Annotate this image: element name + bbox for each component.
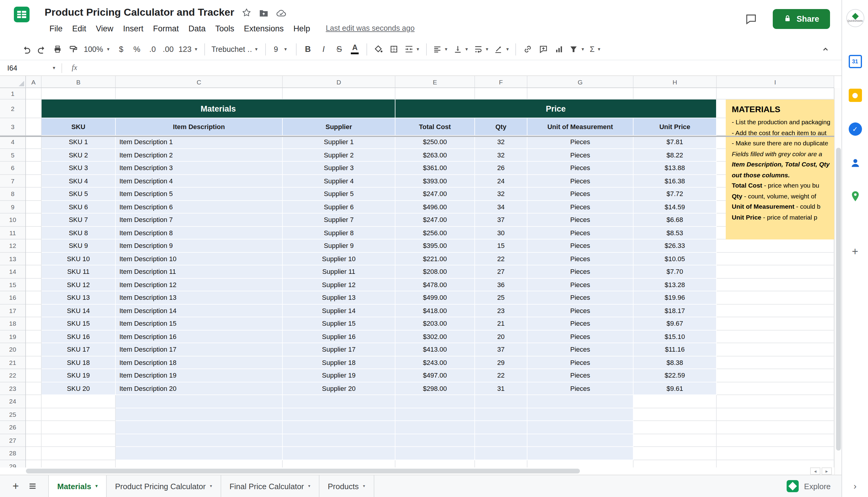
cell[interactable] — [717, 356, 834, 369]
qty-cell[interactable]: 30 — [475, 227, 527, 239]
total-cost-cell[interactable]: $298.00 — [395, 382, 475, 395]
note-box[interactable]: MATERIALS - List the production and pack… — [726, 100, 834, 239]
unit-price-cell[interactable]: $13.28 — [633, 278, 717, 291]
avatar[interactable]: QuickSheets — [846, 9, 864, 27]
unit-price-cell[interactable]: $8.53 — [633, 227, 717, 239]
name-box[interactable]: I64 ▼ — [0, 60, 61, 75]
vertical-scrollbar[interactable] — [834, 88, 841, 475]
row-header-18[interactable]: 18 — [0, 317, 25, 330]
font-size-select[interactable]: 9▼ — [269, 41, 292, 57]
comment-history-icon[interactable] — [745, 13, 757, 25]
cell[interactable] — [633, 88, 717, 100]
text-rotation-button[interactable]: ▼ — [491, 41, 512, 57]
explore-button[interactable]: Explore — [786, 480, 830, 492]
sku-cell[interactable]: SKU 8 — [42, 227, 116, 239]
table-header-cell[interactable]: SKU — [42, 118, 116, 136]
sku-cell[interactable]: SKU 20 — [42, 382, 116, 395]
cell[interactable] — [475, 88, 527, 100]
cell[interactable] — [42, 421, 116, 434]
total-cost-cell[interactable]: $478.00 — [395, 278, 475, 291]
unit-of-measurement-cell[interactable]: Pieces — [527, 214, 633, 227]
table-header-cell[interactable]: Unit of Measurement — [527, 118, 633, 136]
input-cell[interactable] — [395, 408, 475, 421]
redo-button[interactable] — [34, 41, 49, 57]
supplier-cell[interactable]: Supplier 11 — [283, 265, 395, 278]
input-cell[interactable] — [395, 447, 475, 460]
sku-cell[interactable]: SKU 1 — [42, 136, 116, 149]
frozen-rows-divider[interactable] — [0, 136, 834, 137]
qty-cell[interactable]: 22 — [475, 252, 527, 265]
unit-price-cell[interactable]: $11.16 — [633, 343, 717, 356]
zoom-select[interactable]: 100%▼ — [81, 41, 113, 57]
row-header-25[interactable]: 25 — [0, 408, 25, 421]
item-description-cell[interactable]: Item Description 17 — [116, 343, 283, 356]
supplier-cell[interactable]: Supplier 19 — [283, 369, 395, 382]
column-header-E[interactable]: E — [395, 76, 475, 87]
cell[interactable] — [26, 447, 42, 460]
unit-price-cell[interactable]: $15.10 — [633, 330, 717, 343]
column-header-A[interactable]: A — [26, 76, 42, 87]
sku-cell[interactable]: SKU 14 — [42, 304, 116, 317]
column-header-G[interactable]: G — [527, 76, 633, 87]
cell[interactable] — [717, 252, 834, 265]
total-cost-cell[interactable]: $221.00 — [395, 252, 475, 265]
menu-help[interactable]: Help — [289, 24, 315, 33]
qty-cell[interactable]: 34 — [475, 201, 527, 214]
unit-of-measurement-cell[interactable]: Pieces — [527, 149, 633, 162]
supplier-cell[interactable]: Supplier 5 — [283, 188, 395, 201]
supplier-cell[interactable]: Supplier 8 — [283, 227, 395, 239]
sku-cell[interactable]: SKU 3 — [42, 162, 116, 175]
supplier-cell[interactable]: Supplier 9 — [283, 239, 395, 252]
supplier-cell[interactable]: Supplier 17 — [283, 343, 395, 356]
sku-cell[interactable]: SKU 17 — [42, 343, 116, 356]
row-header-19[interactable]: 19 — [0, 330, 25, 343]
qty-cell[interactable]: 24 — [475, 175, 527, 188]
star-icon[interactable] — [241, 8, 251, 17]
supplier-cell[interactable]: Supplier 16 — [283, 330, 395, 343]
sheets-logo[interactable] — [13, 6, 30, 25]
unit-price-cell[interactable]: $9.67 — [633, 317, 717, 330]
input-cell[interactable] — [395, 395, 475, 408]
unit-of-measurement-cell[interactable]: Pieces — [527, 188, 633, 201]
input-cell[interactable] — [283, 447, 395, 460]
cell[interactable] — [527, 88, 633, 100]
cell[interactable] — [717, 460, 834, 467]
undo-button[interactable] — [18, 41, 34, 57]
insert-comment-button[interactable] — [535, 41, 551, 57]
cell[interactable] — [26, 356, 42, 369]
table-header-cell[interactable]: Qty — [475, 118, 527, 136]
cell[interactable] — [26, 395, 42, 408]
total-cost-cell[interactable]: $247.00 — [395, 214, 475, 227]
cell[interactable] — [26, 227, 42, 239]
strikethrough-button[interactable]: S — [331, 41, 347, 57]
cell[interactable] — [26, 188, 42, 201]
unit-price-cell[interactable]: $9.61 — [633, 382, 717, 395]
row-header-26[interactable]: 26 — [0, 421, 25, 434]
sku-cell[interactable]: SKU 9 — [42, 239, 116, 252]
cell[interactable] — [717, 265, 834, 278]
supplier-cell[interactable]: Supplier 14 — [283, 304, 395, 317]
all-sheets-menu-icon[interactable] — [24, 478, 41, 495]
item-description-cell[interactable]: Item Description 1 — [116, 136, 283, 149]
total-cost-cell[interactable]: $496.00 — [395, 201, 475, 214]
cell[interactable] — [26, 136, 42, 149]
column-header-H[interactable]: H — [633, 76, 717, 87]
input-cell[interactable] — [116, 447, 283, 460]
cell[interactable] — [26, 434, 42, 447]
cell[interactable] — [475, 460, 527, 467]
borders-button[interactable] — [386, 41, 402, 57]
cell[interactable] — [717, 395, 834, 408]
horizontal-scrollbar[interactable]: ◂ ▸ — [0, 467, 834, 475]
cell[interactable] — [633, 408, 717, 421]
unit-of-measurement-cell[interactable]: Pieces — [527, 162, 633, 175]
cell[interactable] — [26, 100, 42, 118]
unit-price-cell[interactable]: $14.59 — [633, 201, 717, 214]
print-button[interactable] — [49, 41, 65, 57]
cell[interactable] — [26, 317, 42, 330]
unit-of-measurement-cell[interactable]: Pieces — [527, 278, 633, 291]
cell[interactable] — [26, 149, 42, 162]
horizontal-scroll-thumb[interactable] — [26, 469, 580, 473]
item-description-cell[interactable]: Item Description 18 — [116, 356, 283, 369]
cell[interactable] — [717, 330, 834, 343]
qty-cell[interactable]: 23 — [475, 304, 527, 317]
